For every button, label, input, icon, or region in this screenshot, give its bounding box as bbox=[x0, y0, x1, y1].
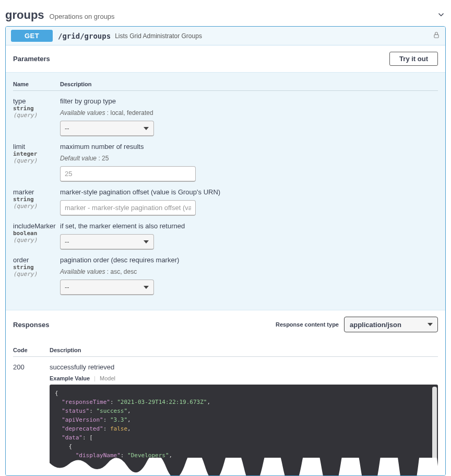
param-row: limit integer (query) maximum number of … bbox=[13, 136, 438, 182]
example-code-wrap: { "responseTime": "2021-03-29T14:22:19.6… bbox=[50, 385, 438, 475]
param-type: integer bbox=[13, 150, 60, 157]
param-type: string bbox=[13, 196, 60, 203]
param-row: marker string (query) marker-style pagin… bbox=[13, 182, 438, 216]
parameters-body: Name Description type string (query) fil… bbox=[6, 73, 445, 310]
response-content-type-select[interactable]: application/json bbox=[344, 317, 438, 332]
param-row: includeMarker boolean (query) if set, th… bbox=[13, 216, 438, 250]
try-it-out-button[interactable]: Try it out bbox=[389, 52, 438, 66]
response-content-type-label: Response content type bbox=[276, 321, 339, 328]
order-select[interactable]: -- bbox=[60, 280, 154, 295]
method-badge: GET bbox=[11, 30, 53, 42]
param-meta: Default value : 25 bbox=[60, 155, 438, 162]
example-tabs: Example Value | Model bbox=[50, 375, 438, 381]
tab-example-value[interactable]: Example Value bbox=[50, 375, 90, 381]
responses-body: Code Description 200 successfully retrie… bbox=[6, 339, 445, 475]
response-row: 200 successfully retrieved Example Value… bbox=[13, 357, 438, 476]
param-row: type string (query) filter by group type… bbox=[13, 91, 438, 137]
includemarker-select[interactable]: -- bbox=[60, 234, 154, 250]
param-row: order string (query) pagination order (d… bbox=[13, 250, 438, 295]
param-type: string bbox=[13, 105, 60, 112]
section-subtitle: Operations on groups bbox=[50, 13, 115, 20]
response-desc: successfully retrieved bbox=[50, 363, 438, 371]
chevron-down-icon[interactable] bbox=[436, 10, 446, 21]
section-title: groups bbox=[5, 8, 44, 22]
param-desc: pagination order (desc requires marker) bbox=[60, 256, 438, 264]
col-code-header: Code bbox=[13, 343, 50, 357]
col-desc-header: Description bbox=[60, 77, 438, 91]
col-desc-header: Description bbox=[50, 343, 438, 357]
lock-icon[interactable] bbox=[433, 31, 440, 40]
operation-path: /grid/groups bbox=[58, 32, 111, 40]
param-meta: Available values : asc, desc bbox=[60, 268, 438, 275]
param-in: (query) bbox=[13, 112, 60, 119]
param-desc: marker-style pagination offset (value is… bbox=[60, 188, 438, 196]
param-name: type bbox=[13, 97, 60, 105]
param-type: string bbox=[13, 264, 60, 271]
response-code: 200 bbox=[13, 357, 50, 476]
responses-heading: Responses bbox=[13, 321, 49, 329]
responses-bar: Responses Response content type applicat… bbox=[6, 310, 445, 339]
section-header[interactable]: groups Operations on groups bbox=[5, 5, 446, 26]
limit-input[interactable] bbox=[60, 166, 196, 182]
param-name: limit bbox=[13, 143, 60, 150]
responses-table: Code Description 200 successfully retrie… bbox=[13, 343, 438, 475]
col-name-header: Name bbox=[13, 77, 60, 91]
parameters-table: Name Description type string (query) fil… bbox=[13, 77, 438, 295]
operation-summary: Lists Grid Administrator Groups bbox=[115, 32, 202, 40]
param-type: boolean bbox=[13, 230, 60, 237]
param-meta: Available values : local, federated bbox=[60, 109, 438, 117]
example-code[interactable]: { "responseTime": "2021-03-29T14:22:19.6… bbox=[50, 385, 438, 475]
param-in: (query) bbox=[13, 203, 60, 210]
type-select[interactable]: -- bbox=[60, 121, 154, 136]
param-desc: maximum number of results bbox=[60, 143, 438, 150]
scrollbar[interactable] bbox=[432, 387, 437, 466]
operation-block: GET /grid/groups Lists Grid Administrato… bbox=[5, 26, 446, 476]
parameters-bar: Parameters Try it out bbox=[6, 45, 445, 73]
param-name: includeMarker bbox=[13, 222, 60, 230]
param-in: (query) bbox=[13, 237, 60, 243]
svg-rect-0 bbox=[434, 34, 438, 38]
marker-input[interactable] bbox=[60, 200, 196, 216]
operation-header[interactable]: GET /grid/groups Lists Grid Administrato… bbox=[6, 27, 445, 45]
tab-model[interactable]: Model bbox=[100, 375, 115, 381]
param-in: (query) bbox=[13, 271, 60, 277]
param-name: marker bbox=[13, 188, 60, 196]
param-name: order bbox=[13, 256, 60, 264]
param-in: (query) bbox=[13, 157, 60, 164]
param-desc: if set, the marker element is also retur… bbox=[60, 222, 438, 230]
parameters-heading: Parameters bbox=[13, 55, 50, 63]
param-desc: filter by group type bbox=[60, 97, 438, 105]
